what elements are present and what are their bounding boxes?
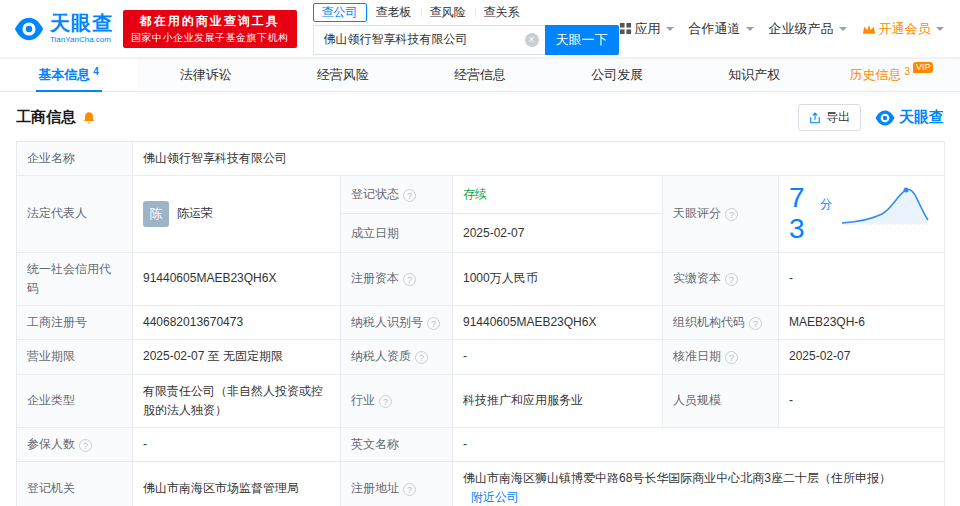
industry-label: 行业? [341,374,453,427]
header-nav: 应用 合作通道 企业级产品 开通会员 [619,20,960,38]
crown-icon [862,23,876,35]
tab-operating-info-label: 经营信息 [454,66,506,84]
tab-basic-info-label: 基本信息 [38,66,90,84]
company-tabbar: 基本信息 4 法律诉讼 经营风险 经营信息 公司发展 知识产权 历史信息 3 V… [0,58,960,92]
tianyancha-logo[interactable]: 天眼查 TianYanCha.com [14,13,113,44]
tab-legal[interactable]: 法律诉讼 [137,59,274,91]
info-icon[interactable]: ? [415,351,428,364]
search-tab-company[interactable]: 查公司 [313,3,367,22]
vip-badge: VIP [913,62,934,73]
tianyancha-eye-icon [14,14,44,44]
table-row: 参保人数? - 英文名称 - [17,427,945,461]
tab-operating-info[interactable]: 经营信息 [411,59,548,91]
business-term-value: 2025-02-07 至 无固定期限 [133,340,341,374]
apps-grid-icon [619,22,632,35]
score-unit: 分 [820,195,832,214]
search-button[interactable]: 天眼一下 [545,25,619,55]
legal-rep-name-link[interactable]: 陈运荣 [177,204,213,223]
export-button[interactable]: 导出 [798,104,861,131]
tab-history-label: 历史信息 [849,66,901,84]
business-term-label: 营业期限 [17,340,133,374]
tab-legal-label: 法律诉讼 [180,66,232,84]
english-name-value: - [453,427,945,461]
search-input[interactable] [322,32,525,48]
company-name-label: 企业名称 [17,142,133,176]
promo-line-1: 都在用的商业查询工具 [131,13,289,30]
site-header: 天眼查 TianYanCha.com 都在用的商业查询工具 国家中小企业发展子基… [0,0,960,58]
insured-count-label: 参保人数? [17,427,133,461]
insured-count-value: - [133,427,341,461]
tab-history-count: 3 [904,66,910,77]
reg-capital-value: 1000万人民币 [453,252,663,305]
clear-icon[interactable]: × [525,33,539,47]
nav-apps[interactable]: 应用 [619,20,674,38]
table-row: 企业类型 有限责任公司（非自然人投资或控股的法人独资） 行业? 科技推广和应用服… [17,374,945,427]
taxpayer-id-value: 91440605MAEB23QH6X [453,306,663,340]
chevron-down-icon [746,27,754,31]
info-icon[interactable]: ? [403,189,416,202]
nav-enterprise-label: 企业级产品 [769,20,834,38]
staff-size-label: 人员规模 [663,374,779,427]
chevron-down-icon [936,27,944,31]
promo-line-2: 国家中小企业发展子基金旗下机构 [131,31,289,45]
legal-rep-label: 法定代表人 [17,176,133,253]
tianyancha-company-page: 天眼查 TianYanCha.com 都在用的商业查询工具 国家中小企业发展子基… [0,0,960,506]
legal-rep-avatar[interactable]: 陈 [143,201,169,227]
tab-development-label: 公司发展 [591,66,643,84]
tianyan-score-value[interactable]: 73 分 [779,176,945,253]
tab-intellectual-property[interactable]: 知识产权 [686,59,823,91]
credit-code-label: 统一社会信用代码 [17,252,133,305]
org-code-label: 组织机构代码? [663,306,779,340]
search-tab-relation[interactable]: 查关系 [475,4,529,21]
search-box: × 天眼一下 [313,25,619,55]
paid-capital-value: - [779,252,945,305]
info-icon[interactable]: ? [79,439,92,452]
company-type-label: 企业类型 [17,374,133,427]
tab-basic-info-count: 4 [93,66,99,77]
taxpayer-quality-value: - [453,340,663,374]
nav-open-vip[interactable]: 开通会员 [862,20,944,38]
reg-status-value: 存续 [453,176,663,214]
table-row: 登记机关 佛山市南海区市场监督管理局 注册地址? 佛山市南海区狮山镇博爱中路68… [17,462,945,506]
logo-domain: TianYanCha.com [50,35,113,44]
tianyancha-watermark: 天眼查 [875,108,944,128]
info-icon[interactable]: ? [403,483,416,496]
search-tab-risk[interactable]: 查风险 [421,4,475,21]
score-number: 73 [789,183,816,245]
info-icon[interactable]: ? [427,317,440,330]
nav-apps-label: 应用 [635,20,661,38]
company-type-value: 有限责任公司（非自然人投资或控股的法人独资） [133,374,341,427]
tab-operating-risk[interactable]: 经营风险 [274,59,411,91]
info-icon[interactable]: ? [379,395,392,408]
company-name-value: 佛山领行智享科技有限公司 [133,142,945,176]
paid-capital-label: 实缴资本? [663,252,779,305]
tab-history[interactable]: 历史信息 3 VIP [823,59,960,91]
reg-address-label: 注册地址? [341,462,453,506]
business-info-section: 工商信息 导出 [0,92,960,506]
org-code-value: MAEB23QH-6 [779,306,945,340]
nav-enterprise[interactable]: 企业级产品 [769,20,847,38]
info-icon[interactable]: ? [725,208,738,221]
nav-open-vip-label: 开通会员 [879,20,931,38]
info-icon[interactable]: ? [749,317,762,330]
chevron-down-icon [839,27,847,31]
search-tabs: 查公司 查老板 查风险 查关系 [313,3,619,22]
tab-development[interactable]: 公司发展 [549,59,686,91]
info-icon[interactable]: ? [725,351,738,364]
info-icon[interactable]: ? [403,273,416,286]
est-date-value: 2025-02-07 [453,214,663,252]
staff-size-value: - [779,374,945,427]
reg-number-value: 440682013670473 [133,306,341,340]
tab-basic-info[interactable]: 基本信息 4 [0,59,137,91]
table-row: 营业期限 2025-02-07 至 无固定期限 纳税人资质? - 核准日期? 2… [17,340,945,374]
reg-capital-label: 注册资本? [341,252,453,305]
nav-cooperation[interactable]: 合作通道 [689,20,754,38]
reg-authority-value: 佛山市南海区市场监督管理局 [133,462,341,506]
info-icon[interactable]: ? [725,273,738,286]
monitor-bell-icon[interactable] [82,111,96,125]
tab-operating-risk-label: 经营风险 [317,66,369,84]
search-tab-boss[interactable]: 查老板 [367,4,421,21]
nearby-companies-link[interactable]: 附近公司 [471,490,519,504]
approval-date-label: 核准日期? [663,340,779,374]
section-title: 工商信息 [16,108,76,127]
